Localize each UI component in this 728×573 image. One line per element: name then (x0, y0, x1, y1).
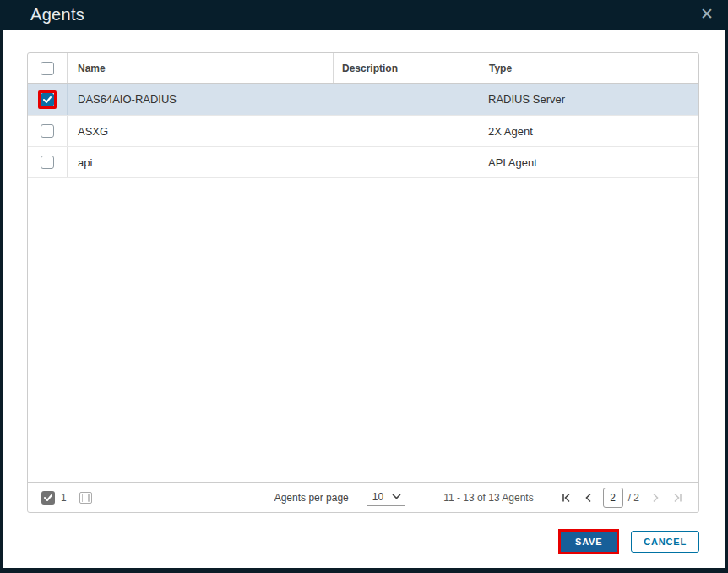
per-page-label: Agents per page (274, 492, 349, 504)
row-checkbox[interactable] (41, 124, 54, 138)
dialog-actions: SAVE CANCEL (558, 529, 699, 554)
row-checkbox-checked[interactable] (41, 93, 54, 106)
dialog-title: Agents (30, 0, 84, 30)
cell-description (333, 147, 475, 177)
selected-count: 1 (61, 492, 67, 504)
current-page-input[interactable] (603, 488, 623, 508)
table-empty-area (28, 178, 698, 482)
chevron-down-icon (392, 494, 401, 499)
selected-count-checkbox-icon[interactable] (41, 491, 55, 505)
pagination-controls: / 2 (557, 488, 687, 508)
cell-type: API Agent (475, 147, 698, 177)
column-header-name[interactable]: Name (67, 53, 333, 83)
cell-description (333, 84, 475, 115)
dialog-header: Agents ✕ (0, 0, 728, 30)
agents-table: Name Description Type DAS64AIO-RADIUS RA… (27, 52, 699, 513)
column-toggle-icon[interactable] (79, 492, 92, 504)
agents-dialog: Agents ✕ Name Description Type DAS64AIO-… (0, 0, 728, 573)
previous-page-icon[interactable] (579, 488, 598, 507)
column-header-description[interactable]: Description (333, 53, 475, 83)
close-icon[interactable]: ✕ (697, 4, 717, 25)
cell-name: ASXG (67, 116, 333, 146)
table-row[interactable]: ASXG 2X Agent (28, 116, 698, 147)
save-button[interactable]: SAVE (558, 529, 619, 554)
per-page-value: 10 (372, 491, 383, 503)
row-checkbox[interactable] (41, 156, 54, 169)
cell-description (333, 116, 475, 146)
last-page-icon[interactable] (668, 488, 687, 507)
selection-indicator: 1 (41, 491, 92, 505)
cell-type: 2X Agent (475, 116, 698, 146)
first-page-icon[interactable] (557, 488, 576, 507)
annotation-highlight (38, 90, 57, 109)
next-page-icon[interactable] (646, 488, 665, 507)
per-page-select[interactable]: 10 (367, 489, 405, 506)
table-header-row: Name Description Type (28, 53, 698, 84)
column-header-type[interactable]: Type (475, 53, 698, 83)
dialog-body: Name Description Type DAS64AIO-RADIUS RA… (3, 30, 725, 568)
table-footer: 1 Agents per page 10 11 - 13 of 13 Agent… (28, 482, 698, 512)
cell-name: DAS64AIO-RADIUS (67, 84, 333, 115)
pagination-range-text: 11 - 13 of 13 Agents (443, 492, 534, 504)
cancel-button[interactable]: CANCEL (631, 531, 699, 553)
table-row[interactable]: DAS64AIO-RADIUS RADIUS Server (28, 84, 698, 116)
select-all-checkbox[interactable] (41, 62, 54, 75)
cell-type: RADIUS Server (475, 84, 698, 115)
total-pages: / 2 (628, 492, 639, 504)
cell-name: api (67, 147, 333, 177)
table-row[interactable]: api API Agent (28, 147, 698, 178)
